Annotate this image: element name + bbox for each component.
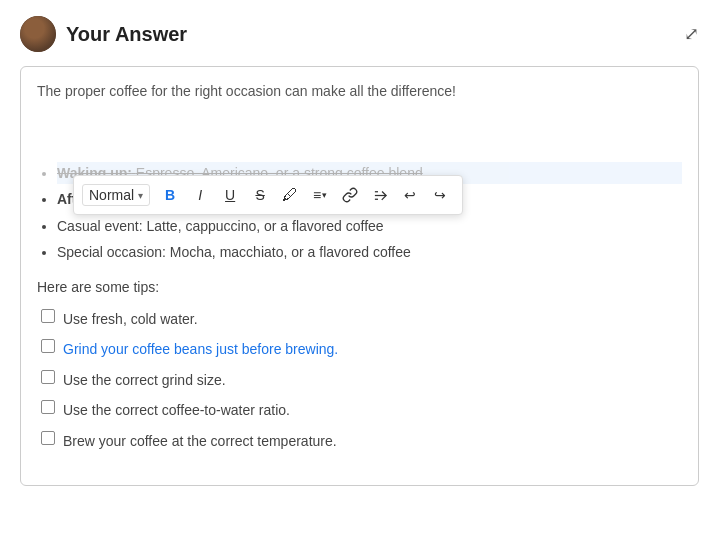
formatting-toolbar: Normal ▾ B I U S 🖊 ≡▾: [73, 175, 463, 215]
redo-button[interactable]: ↪: [426, 181, 454, 209]
checkbox-icon[interactable]: [41, 309, 55, 323]
checkbox-icon[interactable]: [41, 431, 55, 445]
header: Your Answer ⤢: [20, 16, 699, 52]
checklist-item-text: Brew your coffee at the correct temperat…: [63, 430, 337, 452]
tips-heading: Here are some tips:: [37, 276, 682, 298]
avatar-image: [20, 16, 56, 52]
editor-intro-text: The proper coffee for the right occasion…: [37, 81, 682, 102]
checklist-item-text: Grind your coffee beans just before brew…: [63, 338, 338, 360]
checkbox-icon[interactable]: [41, 400, 55, 414]
checklist-item: Use the correct grind size.: [41, 369, 682, 391]
list-item-text: Special occasion: Mocha, macchiato, or a…: [57, 244, 411, 260]
wand-icon: [373, 188, 388, 203]
list-chevron-icon: ▾: [322, 190, 327, 200]
editor-area[interactable]: The proper coffee for the right occasion…: [20, 66, 699, 486]
page-title: Your Answer: [66, 23, 187, 46]
list-item: Casual event: Latte, cappuccino, or a fl…: [57, 215, 682, 237]
undo-button[interactable]: ↩: [396, 181, 424, 209]
checklist: Use fresh, cold water. Grind your coffee…: [41, 308, 682, 452]
chevron-down-icon: ▾: [138, 190, 143, 201]
highlight-button[interactable]: 🖊: [276, 181, 304, 209]
list-item-text: Casual event: Latte, cappuccino, or a fl…: [57, 218, 384, 234]
list-item: Special occasion: Mocha, macchiato, or a…: [57, 241, 682, 263]
magic-button[interactable]: [366, 181, 394, 209]
underline-button[interactable]: U: [216, 181, 244, 209]
link-icon: [342, 187, 358, 203]
checklist-item-text: Use fresh, cold water.: [63, 308, 198, 330]
list-button[interactable]: ≡▾: [306, 181, 334, 209]
strikethrough-button[interactable]: S: [246, 181, 274, 209]
avatar: [20, 16, 56, 52]
checkbox-icon[interactable]: [41, 370, 55, 384]
style-dropdown[interactable]: Normal ▾: [82, 184, 150, 206]
link-button[interactable]: [336, 181, 364, 209]
checklist-item-text: Use the correct coffee-to-water ratio.: [63, 399, 290, 421]
checklist-item: Grind your coffee beans just before brew…: [41, 338, 682, 360]
header-left: Your Answer: [20, 16, 187, 52]
checklist-item: Use fresh, cold water.: [41, 308, 682, 330]
answer-container: Your Answer ⤢ The proper coffee for the …: [0, 0, 719, 534]
italic-button[interactable]: I: [186, 181, 214, 209]
checklist-item-text: Use the correct grind size.: [63, 369, 226, 391]
style-label: Normal: [89, 187, 134, 203]
checklist-item: Brew your coffee at the correct temperat…: [41, 430, 682, 452]
checkbox-icon[interactable]: [41, 339, 55, 353]
bold-button[interactable]: B: [156, 181, 184, 209]
checklist-item: Use the correct coffee-to-water ratio.: [41, 399, 682, 421]
expand-icon[interactable]: ⤢: [684, 23, 699, 45]
